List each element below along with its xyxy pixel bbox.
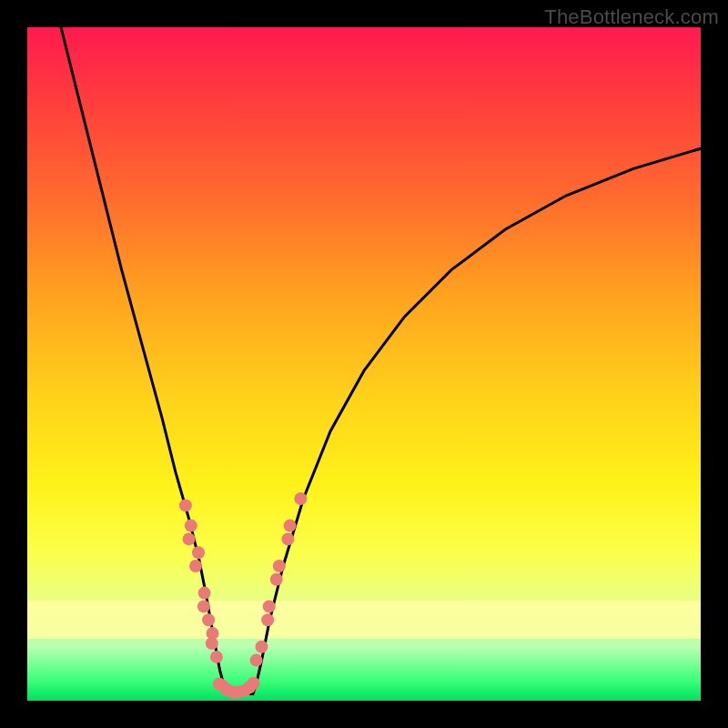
- data-point: [256, 641, 268, 653]
- data-point: [183, 532, 196, 545]
- chart-curves: [27, 27, 701, 701]
- data-point: [273, 560, 286, 572]
- data-point: [197, 600, 210, 612]
- data-point: [248, 677, 260, 690]
- data-point: [189, 560, 202, 572]
- data-point: [206, 637, 218, 650]
- data-point: [270, 573, 283, 586]
- data-point: [179, 499, 192, 511]
- data-point: [185, 520, 197, 532]
- data-point: [210, 651, 223, 663]
- watermark-label: TheBottleneck.com: [544, 5, 719, 29]
- data-point: [281, 532, 294, 545]
- data-point: [284, 520, 297, 532]
- data-point: [198, 587, 211, 600]
- data-point: [261, 613, 274, 626]
- data-point: [202, 613, 215, 626]
- data-point: [192, 546, 205, 559]
- series-right-curve: [253, 148, 701, 693]
- data-point: [250, 654, 263, 667]
- plot-area: [27, 27, 701, 701]
- chart-frame: TheBottleneck.com: [0, 0, 728, 728]
- data-point: [263, 600, 276, 612]
- data-point: [294, 492, 307, 505]
